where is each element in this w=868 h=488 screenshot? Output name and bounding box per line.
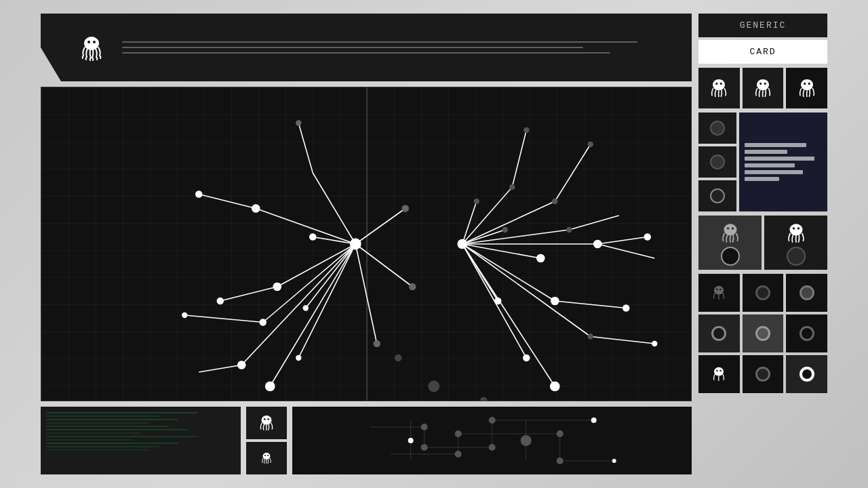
svg-point-67 [474, 199, 479, 204]
svg-point-123 [792, 227, 794, 229]
ring-1 [755, 285, 770, 300]
svg-point-122 [789, 224, 802, 235]
svg-line-49 [597, 244, 654, 258]
octopus-icon-panel-left [717, 220, 743, 246]
octopus-icon-1 [707, 76, 731, 100]
svg-point-109 [612, 459, 616, 463]
svg-line-16 [298, 123, 313, 174]
svg-line-54 [555, 144, 591, 201]
svg-point-2 [93, 41, 96, 43]
svg-point-56 [536, 254, 545, 263]
svg-line-9 [298, 244, 355, 358]
icon-cell-3 [786, 68, 827, 108]
generic-button[interactable]: GENERIC [698, 14, 827, 37]
ring-2 [800, 285, 814, 300]
svg-line-14 [184, 315, 263, 323]
bar-row-2 [745, 150, 822, 154]
svg-line-10 [241, 244, 355, 365]
svg-point-65 [502, 227, 508, 232]
svg-point-101 [488, 417, 495, 424]
svg-point-79 [261, 415, 271, 425]
knob-right[interactable] [787, 247, 806, 266]
grid-oct-1 [709, 283, 728, 302]
svg-point-0 [84, 37, 99, 50]
svg-point-84 [267, 455, 269, 456]
octopus-mini-icon-1 [256, 413, 277, 433]
top-bar-line-2 [122, 47, 583, 48]
grid-cell-6 [786, 314, 827, 352]
svg-point-32 [402, 205, 410, 212]
top-bar-lines [122, 41, 678, 54]
icon-row-top [698, 68, 827, 108]
svg-line-52 [555, 301, 626, 308]
bottom-row [41, 407, 692, 474]
right-top-buttons: GENERIC CARD [698, 14, 827, 64]
svg-point-23 [273, 283, 281, 291]
svg-point-103 [454, 430, 461, 437]
svg-point-73 [395, 354, 402, 362]
svg-point-111 [715, 83, 717, 85]
bar-row-5 [745, 170, 822, 174]
svg-point-20 [350, 239, 361, 250]
octopus-icon-panel-right [783, 220, 809, 246]
ctrl-circle-3 [710, 188, 725, 203]
grid-oct-7 [709, 365, 728, 384]
ctrl-btn-2[interactable] [698, 146, 736, 178]
svg-point-24 [303, 305, 309, 310]
svg-point-107 [408, 438, 413, 443]
svg-point-114 [760, 83, 762, 85]
svg-point-34 [374, 340, 381, 348]
svg-point-125 [714, 286, 724, 295]
svg-point-69 [552, 199, 557, 204]
card-button[interactable]: CARD [698, 40, 827, 64]
grid-cell-3 [786, 274, 827, 312]
svg-line-6 [313, 173, 355, 244]
icon-panel-left [698, 216, 762, 270]
ring-3 [711, 326, 726, 341]
svg-line-44 [462, 244, 498, 301]
octopus-mini-icon-2 [259, 451, 274, 466]
svg-point-115 [764, 83, 766, 85]
svg-line-12 [199, 195, 256, 209]
svg-line-41 [462, 244, 591, 337]
svg-line-51 [591, 337, 655, 344]
mini-icon-box-2 [246, 442, 287, 474]
bottom-mid-panel [246, 407, 287, 474]
svg-point-74 [428, 381, 439, 392]
svg-point-104 [556, 430, 563, 437]
bar-row-6 [745, 177, 822, 181]
svg-point-127 [720, 289, 722, 291]
svg-line-3 [313, 237, 355, 245]
ring-5 [800, 326, 814, 341]
grid-cell-2 [743, 274, 784, 312]
svg-line-13 [220, 287, 277, 301]
svg-line-48 [597, 237, 648, 245]
bottom-icon-grid [698, 274, 827, 393]
code-panel [41, 407, 241, 474]
grid-cell-8 [743, 355, 784, 393]
svg-point-30 [217, 298, 224, 305]
circuit-network-svg [41, 87, 691, 401]
svg-line-45 [462, 201, 477, 244]
ctrl-btn-3[interactable] [698, 180, 736, 211]
svg-point-75 [480, 397, 488, 401]
icon-panel-right [764, 216, 827, 270]
controls-left [698, 113, 736, 211]
ctrl-btn-1[interactable] [698, 113, 736, 144]
svg-point-113 [757, 79, 769, 90]
svg-point-59 [494, 298, 502, 305]
svg-point-102 [454, 451, 461, 458]
knob-left[interactable] [721, 247, 740, 266]
svg-point-63 [623, 304, 630, 312]
svg-point-27 [237, 361, 246, 369]
right-column: GENERIC CARD [698, 14, 827, 474]
svg-point-83 [264, 455, 266, 456]
svg-point-108 [591, 418, 596, 423]
svg-point-28 [265, 382, 275, 392]
bar-row-4 [745, 163, 822, 167]
svg-point-57 [593, 240, 602, 249]
grid-cell-4 [698, 314, 740, 352]
svg-line-50 [569, 216, 619, 230]
svg-line-4 [277, 244, 356, 287]
top-bar-line-1 [122, 41, 637, 43]
